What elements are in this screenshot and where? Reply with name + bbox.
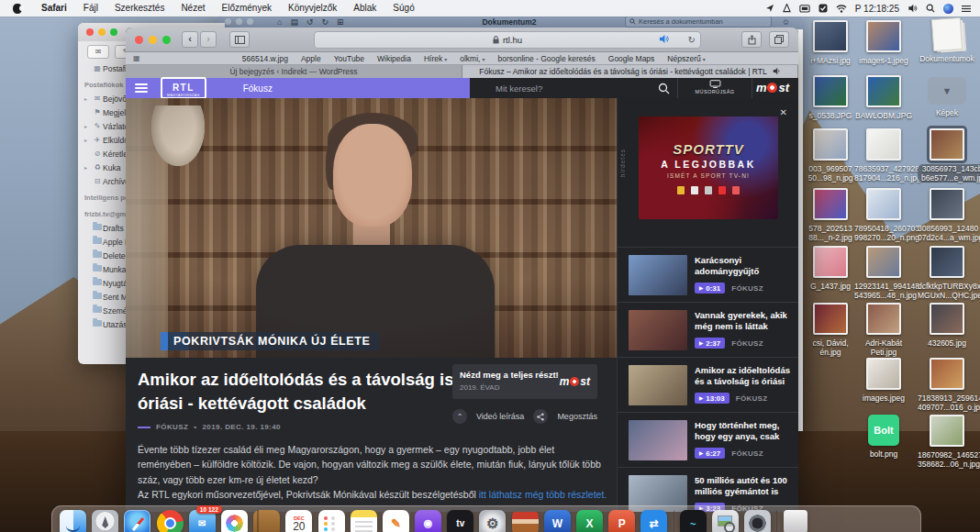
dock-icon-notes[interactable] (351, 510, 377, 532)
file-thumbnail[interactable] (866, 188, 901, 220)
toolbar-icon[interactable]: ↻ (322, 17, 329, 27)
favorites-grid-icon[interactable]: ▦ (133, 54, 140, 62)
desktop-icon[interactable]: 432605.jpg (918, 303, 976, 348)
dock-icon-preview[interactable] (712, 510, 739, 532)
file-thumbnail[interactable] (930, 128, 964, 161)
window-controls[interactable] (86, 28, 117, 36)
article-show[interactable]: FÓKUSZ (156, 423, 188, 431)
disclosure-triangle[interactable]: ▸ (84, 164, 92, 171)
dock-icon-mail[interactable]: ✉10 122 (189, 510, 216, 532)
rtl-logo[interactable]: RTLMAGYARORSZÁG (161, 77, 206, 100)
file-thumbnail[interactable] (866, 75, 901, 107)
browser-tab[interactable]: Fókusz – Amikor az időeltolódás és a táv… (462, 65, 798, 78)
watch-full-episode-card[interactable]: Nézd meg a teljes részt! 2019. ÉVAD mst (452, 364, 597, 399)
article-link[interactable]: itt láthatsz még több részletet. (479, 489, 607, 500)
desktop-icon[interactable]: Dokumentumok (918, 18, 976, 63)
bolt-logo-icon[interactable]: Bolt (868, 415, 899, 446)
window-controls[interactable] (225, 18, 253, 25)
bookmark-item[interactable]: Wikipedia▾ (377, 54, 411, 63)
share-button[interactable] (741, 31, 762, 48)
video-title[interactable]: Karácsonyi adománygyűjtő különkiadás a F… (695, 255, 792, 279)
bookmark-item[interactable]: Hírek▾ (424, 54, 447, 63)
show-name[interactable]: Fókusz (243, 83, 273, 94)
video-thumbnail[interactable] (629, 310, 687, 350)
dock-icon-pages[interactable]: ✎ (383, 510, 409, 532)
dock-icon-system-preferences[interactable]: ⚙ (479, 510, 506, 532)
file-thumbnail[interactable] (813, 75, 848, 107)
share-icon[interactable] (533, 409, 548, 424)
bookmark-item[interactable]: olkmi,▾ (460, 54, 484, 63)
desktop-icon[interactable]: images-1.jpeg (854, 20, 913, 65)
desktop-icon[interactable]: Adri-Kabát Peti.jpg (854, 303, 913, 357)
ad-banner[interactable]: SPORTTV A LEGJOBBAK ISMÉT A SPORT TV-N! (639, 116, 778, 219)
video-thumbnail[interactable] (629, 365, 687, 405)
file-thumbnail[interactable] (930, 415, 964, 447)
desktop-icon[interactable]: 578_202513 88..._n-2.jpg (801, 188, 860, 242)
video-thumbnail[interactable] (629, 255, 687, 295)
forward-button[interactable]: › (200, 31, 217, 48)
toolbar-icon[interactable]: ⌂ (277, 17, 282, 27)
dock-icon-photos[interactable] (221, 510, 248, 532)
apple-menu-icon[interactable] (13, 4, 22, 14)
file-thumbnail[interactable] (813, 303, 848, 335)
file-thumbnail[interactable] (813, 20, 848, 52)
desktop-icon[interactable]: 12923141_994148 543965...48_n.jpg (854, 246, 913, 300)
file-thumbnail[interactable] (930, 303, 964, 335)
hamburger-menu-icon[interactable] (135, 82, 148, 94)
dock-icon-calendar[interactable]: DEC20 (285, 510, 312, 532)
desktop-icon[interactable]: images.jpeg (854, 358, 913, 403)
video-title[interactable]: Vannak gyerekek, akik még nem is láttak … (695, 310, 792, 334)
desktop-icon[interactable]: 18670982_146527 358682...06_n.jpg (918, 415, 976, 469)
close-icon[interactable]: ✕ (780, 107, 787, 117)
dock-icon-santa-app[interactable] (512, 510, 539, 532)
file-thumbnail[interactable] (930, 246, 964, 278)
desktop-icon[interactable]: 78635937_427928 817904...216_n.jpg (854, 128, 913, 183)
window-controls[interactable] (135, 36, 171, 44)
desktop-icon[interactable]: csi, Dávid, én.jpg (801, 303, 860, 357)
toolbar-icon[interactable]: ▤ (290, 17, 298, 27)
dock-icon-launchpad[interactable] (92, 510, 118, 532)
reload-button[interactable]: ↻ (688, 35, 696, 45)
bookmark-item[interactable]: Apple▾ (301, 54, 321, 63)
sidebar-toggle-button[interactable] (229, 31, 250, 48)
video-thumbnail[interactable] (629, 420, 687, 460)
menu-item[interactable]: Szerkesztés (106, 0, 173, 17)
tab-overview-button[interactable] (769, 31, 789, 48)
tab-audio-icon[interactable] (659, 34, 669, 46)
file-thumbnail[interactable] (866, 303, 901, 335)
checkbox-menu-icon[interactable] (819, 4, 828, 13)
dock-icon-finder[interactable] (60, 510, 86, 532)
dock-icon-excel[interactable]: X (576, 510, 603, 532)
disclosure-triangle[interactable]: ▸ (84, 137, 92, 143)
desktop-icon[interactable]: dcfktkpTURBXy8x MGUxN...QHC.jpeg (918, 246, 976, 300)
file-thumbnail[interactable] (813, 188, 848, 220)
dock-icon-safari[interactable] (124, 510, 150, 532)
desktop-icon[interactable]: ▼ Képek (918, 75, 976, 117)
location-icon[interactable] (765, 4, 774, 13)
file-thumbnail[interactable] (813, 246, 848, 278)
desktop-icon[interactable]: Bolt bolt.png (854, 415, 913, 459)
menu-item[interactable]: Safari (33, 0, 75, 17)
desktop-icon[interactable]: BAWLOBM.JPG (854, 75, 913, 120)
bookmark-item[interactable]: Google Maps▾ (608, 54, 655, 63)
bookmark-item[interactable]: 566514.w.jpg▾ (242, 54, 288, 63)
chevron-up-icon[interactable]: ⌃ (452, 409, 467, 424)
back-button[interactable]: ‹ (182, 31, 198, 48)
desktop-icon[interactable]: 78950418_260703 998270...20_n.png (854, 188, 913, 242)
desktop-icon[interactable]: s_0538.JPG (801, 75, 860, 120)
video-player[interactable]: POKRIVTSÁK MÓNIKA ÚJ ÉLETE (126, 98, 617, 358)
desktop-icon[interactable]: 003_969507 50...98_n.jpg (801, 128, 860, 183)
volume-icon[interactable] (908, 4, 918, 13)
bookmark-item[interactable]: Népszerű▾ (667, 54, 705, 63)
search-icon[interactable] (658, 82, 670, 98)
notification-center-icon[interactable] (962, 5, 971, 13)
document-search-field[interactable]: Keresés a dokumentumban (625, 16, 772, 28)
siri-icon[interactable] (943, 4, 953, 14)
dock-icon-apple-tv[interactable]: tv (447, 510, 473, 532)
rtl-most-logo[interactable]: mst (756, 81, 789, 94)
dock-icon-chrome[interactable] (157, 510, 184, 532)
file-thumbnail[interactable] (930, 188, 964, 220)
menu-item[interactable]: Előzmények (214, 0, 280, 17)
menu-item[interactable]: Nézet (173, 0, 213, 17)
disclosure-triangle[interactable]: ▸ (84, 123, 92, 129)
